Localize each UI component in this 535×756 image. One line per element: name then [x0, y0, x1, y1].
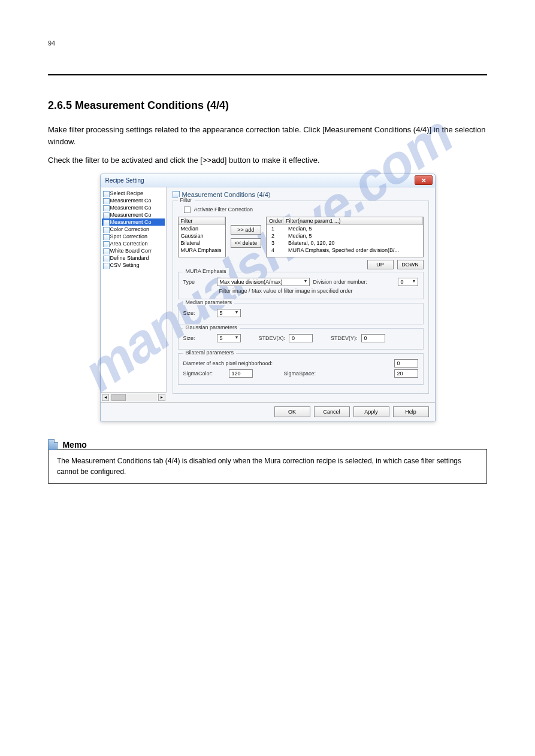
tree-item-define-standard[interactable]: Define Standard	[102, 254, 165, 262]
content-title: Measurement Conditions (4/4)	[182, 191, 271, 198]
bilateral-sigmaspace-label: SigmaSpace:	[284, 371, 316, 377]
page-number: 94	[48, 40, 487, 47]
filter-item-bilateral[interactable]: Bilateral	[179, 239, 225, 247]
activate-filter-checkbox[interactable]	[184, 207, 191, 213]
filter-header: Filter	[179, 217, 225, 224]
mura-type-select[interactable]: Max value division(A/max)	[217, 278, 310, 286]
tree-item-white-board[interactable]: White Board Corr	[102, 247, 165, 254]
gaussian-stdevx-input[interactable]: 0	[289, 334, 313, 342]
activate-filter-label: Activate Filter Correction	[194, 207, 253, 212]
gaussian-stdevy-label: STDEV(Y):	[331, 335, 358, 341]
apply-button[interactable]: Apply	[353, 406, 389, 417]
bilateral-fieldset: Bilateral parameters Diameter of each pi…	[178, 353, 424, 385]
order-header-order: Order	[267, 217, 283, 224]
gaussian-size-select[interactable]: 5	[217, 334, 241, 342]
tree-item-measurement-4[interactable]: Measurement Co	[102, 218, 165, 226]
mura-hint: Filter image / Max value of filter image…	[219, 288, 418, 294]
gaussian-fieldset: Gaussian parameters Size: 5 STDEV(X): 0 …	[178, 328, 424, 350]
filter-legend: Filter	[178, 197, 195, 203]
mura-div-select[interactable]: 0	[398, 278, 418, 286]
scroll-left-icon[interactable]: ◂	[102, 394, 109, 401]
intro-text-2: Check the filter to be activated and cli…	[48, 154, 487, 166]
tree-item-csv-setting[interactable]: CSV Setting	[102, 262, 165, 269]
bilateral-diameter-label: Diameter of each pixel neighborhood:	[183, 360, 391, 366]
dialog-title: Recipe Setting	[105, 177, 415, 184]
gaussian-size-label: Size:	[183, 335, 213, 341]
mura-div-label: Division order number:	[313, 279, 368, 285]
bilateral-legend: Bilateral parameters	[183, 350, 237, 356]
mura-legend: MURA Emphasis	[183, 268, 229, 274]
tree-item-spot-correction[interactable]: Spot Correction	[102, 233, 165, 240]
tree-scrollbar[interactable]: ◂ ▸	[101, 392, 167, 402]
bilateral-sigmaspace-input[interactable]: 20	[394, 369, 418, 378]
tree-panel: Select Recipe Measurement Co Measurement…	[101, 187, 167, 402]
gaussian-stdevx-label: STDEV(X):	[259, 335, 286, 341]
tree-item-measurement-1[interactable]: Measurement Co	[102, 197, 165, 204]
order-header-filter: Filter(name param1 ...)	[283, 217, 422, 224]
mura-fieldset: MURA Emphasis Type Max value division(A/…	[178, 272, 424, 299]
scroll-thumb[interactable]	[111, 394, 126, 401]
scroll-right-icon[interactable]: ▸	[158, 394, 165, 401]
delete-button[interactable]: << delete	[231, 238, 262, 248]
tree-item-select-recipe[interactable]: Select Recipe	[102, 190, 165, 197]
filter-fieldset: Filter Activate Filter Correction Filter…	[173, 201, 429, 394]
order-row-1[interactable]: 1 Median, 5	[267, 225, 422, 232]
recipe-setting-dialog: Recipe Setting ✕ Select Recipe Measureme…	[100, 174, 436, 421]
add-button[interactable]: >> add	[231, 225, 262, 235]
median-fieldset: Median parameters Size: 5	[178, 303, 424, 324]
median-size-label: Size:	[183, 310, 213, 316]
order-row-3[interactable]: 3 Bilateral, 0, 120, 20	[267, 239, 422, 247]
down-button[interactable]: DOWN	[397, 260, 424, 269]
close-icon: ✕	[421, 177, 426, 184]
memo-icon	[48, 439, 58, 450]
memo-box: The Measurement Conditions tab (4/4) is …	[48, 449, 487, 484]
cancel-button[interactable]: Cancel	[314, 406, 350, 417]
mura-type-label: Type	[183, 279, 213, 285]
intro-text-1: Make filter processing settings related …	[48, 124, 487, 147]
filter-item-median[interactable]: Median	[179, 225, 225, 232]
tree-item-area-correction[interactable]: Area Correction	[102, 240, 165, 247]
section-title: 2.6.5 Measurement Conditions (4/4)	[48, 99, 487, 112]
up-button[interactable]: UP	[367, 260, 394, 269]
median-size-select[interactable]: 5	[217, 309, 241, 317]
memo-section: Memo The Measurement Conditions tab (4/4…	[48, 439, 487, 484]
median-legend: Median parameters	[183, 299, 235, 305]
bilateral-diameter-input[interactable]: 0	[394, 359, 418, 368]
filter-item-gaussian[interactable]: Gaussian	[179, 232, 225, 239]
bilateral-sigmacolor-label: SigmaColor:	[183, 371, 225, 377]
bilateral-sigmacolor-input[interactable]: 120	[229, 369, 253, 378]
dialog-footer: OK Cancel Apply Help	[101, 402, 435, 421]
close-button[interactable]: ✕	[415, 175, 433, 185]
gaussian-stdevy-input[interactable]: 0	[361, 334, 385, 342]
order-listbox[interactable]: Order Filter(name param1 ...) 1 Median, …	[266, 217, 423, 257]
help-button[interactable]: Help	[393, 406, 429, 417]
filter-item-mura[interactable]: MURA Emphasis	[179, 247, 225, 254]
order-row-4[interactable]: 4 MURA Emphasis, Specified order divisio…	[267, 247, 422, 254]
dialog-titlebar: Recipe Setting ✕	[101, 174, 435, 187]
memo-label: Memo	[62, 440, 86, 450]
ok-button[interactable]: OK	[274, 406, 310, 417]
filter-listbox[interactable]: Filter Median Gaussian Bilateral MURA Em…	[178, 217, 226, 257]
tree-item-measurement-2[interactable]: Measurement Co	[102, 204, 165, 211]
page-header: 94	[48, 40, 487, 75]
gaussian-legend: Gaussian parameters	[183, 324, 240, 330]
content-pane: Measurement Conditions (4/4) Filter Acti…	[167, 187, 435, 402]
tree-item-color-correction[interactable]: Color Correction	[102, 226, 165, 233]
order-row-2[interactable]: 2 Median, 5	[267, 232, 422, 239]
tree-item-measurement-3[interactable]: Measurement Co	[102, 211, 165, 218]
